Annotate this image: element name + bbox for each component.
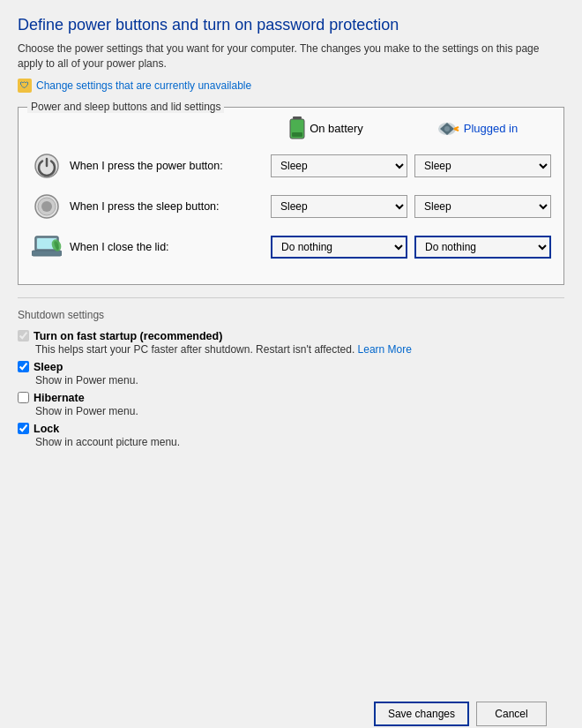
lid-selects: Do nothing Sleep Hibernate Shut down Tur… bbox=[264, 236, 551, 259]
pluggedin-column-header: Plugged in bbox=[401, 116, 551, 141]
sleep-button-row: When I press the sleep button: Do nothin… bbox=[31, 191, 551, 222]
fast-startup-label[interactable]: Turn on fast startup (recommended) bbox=[18, 330, 564, 342]
page-title: Define power buttons and turn on passwor… bbox=[18, 16, 564, 34]
power-pluggedin-select[interactable]: Do nothing Sleep Hibernate Shut down Tur… bbox=[414, 154, 551, 177]
shutdown-separator bbox=[18, 297, 564, 298]
svg-point-5 bbox=[444, 126, 450, 131]
power-battery-select[interactable]: Do nothing Sleep Hibernate Shut down Tur… bbox=[271, 154, 407, 177]
fast-startup-item: Turn on fast startup (recommended) This … bbox=[18, 330, 564, 356]
shutdown-section: Shutdown settings Turn on fast startup (… bbox=[18, 297, 564, 448]
lid-pluggedin-select[interactable]: Do nothing Sleep Hibernate Shut down Tur… bbox=[414, 236, 551, 259]
lock-subtext: Show in account picture menu. bbox=[18, 436, 564, 448]
hibernate-subtext: Show in Power menu. bbox=[18, 405, 564, 417]
power-button-selects: Do nothing Sleep Hibernate Shut down Tur… bbox=[264, 154, 551, 177]
power-section-legend: Power and sleep buttons and lid settings bbox=[27, 101, 224, 113]
shutdown-section-label: Shutdown settings bbox=[18, 309, 564, 321]
save-changes-button[interactable]: Save changes bbox=[374, 702, 469, 726]
sleep-checkbox[interactable] bbox=[18, 361, 29, 372]
power-sleep-section: Power and sleep buttons and lid settings… bbox=[18, 107, 564, 285]
sleep-button-selects: Do nothing Sleep Hibernate Shut down Tur… bbox=[264, 195, 551, 218]
change-link-label: Change settings that are currently unava… bbox=[36, 79, 251, 92]
footer-buttons: Save changes Cancel bbox=[374, 702, 547, 726]
sleep-subtext: Show in Power menu. bbox=[18, 374, 564, 387]
lid-row: When I close the lid: Do nothing Sleep H… bbox=[31, 231, 551, 263]
hibernate-item: Hibernate Show in Power menu. bbox=[18, 392, 564, 417]
battery-icon bbox=[289, 116, 305, 141]
sleep-item: Sleep Show in Power menu. bbox=[18, 361, 564, 387]
change-settings-link[interactable]: 🛡 Change settings that are currently una… bbox=[18, 79, 564, 93]
battery-column-header: On battery bbox=[251, 116, 401, 141]
hibernate-checkbox[interactable] bbox=[18, 392, 29, 403]
cancel-button[interactable]: Cancel bbox=[476, 702, 547, 726]
sleep-battery-select[interactable]: Do nothing Sleep Hibernate Shut down Tur… bbox=[271, 195, 407, 218]
sleep-button-icon bbox=[31, 191, 63, 222]
svg-point-11 bbox=[41, 201, 52, 212]
learn-more-link[interactable]: Learn More bbox=[358, 343, 412, 356]
column-headers: On battery Plugged in bbox=[31, 116, 551, 141]
sleep-shutdown-label[interactable]: Sleep bbox=[18, 361, 564, 373]
lid-icon bbox=[31, 231, 63, 263]
lock-item: Lock Show in account picture menu. bbox=[18, 423, 564, 448]
shield-icon: 🛡 bbox=[18, 79, 32, 93]
power-button-label: When I press the power button: bbox=[63, 160, 264, 172]
svg-rect-2 bbox=[292, 132, 302, 137]
fast-startup-checkbox[interactable] bbox=[18, 330, 29, 341]
sleep-button-label: When I press the sleep button: bbox=[63, 200, 264, 213]
power-button-row: When I press the power button: Do nothin… bbox=[31, 150, 551, 182]
sleep-pluggedin-select[interactable]: Do nothing Sleep Hibernate Shut down Tur… bbox=[414, 195, 551, 218]
pluggedin-icon bbox=[435, 120, 459, 138]
lid-battery-select[interactable]: Do nothing Sleep Hibernate Shut down Tur… bbox=[271, 236, 407, 259]
lock-label[interactable]: Lock bbox=[18, 423, 564, 435]
hibernate-label[interactable]: Hibernate bbox=[18, 392, 564, 404]
page-description: Choose the power settings that you want … bbox=[18, 41, 564, 71]
lock-checkbox[interactable] bbox=[18, 423, 29, 434]
power-button-icon bbox=[31, 150, 63, 182]
lid-label: When I close the lid: bbox=[63, 241, 264, 253]
fast-startup-subtext: This helps start your PC faster after sh… bbox=[18, 343, 564, 356]
svg-rect-14 bbox=[32, 251, 62, 256]
